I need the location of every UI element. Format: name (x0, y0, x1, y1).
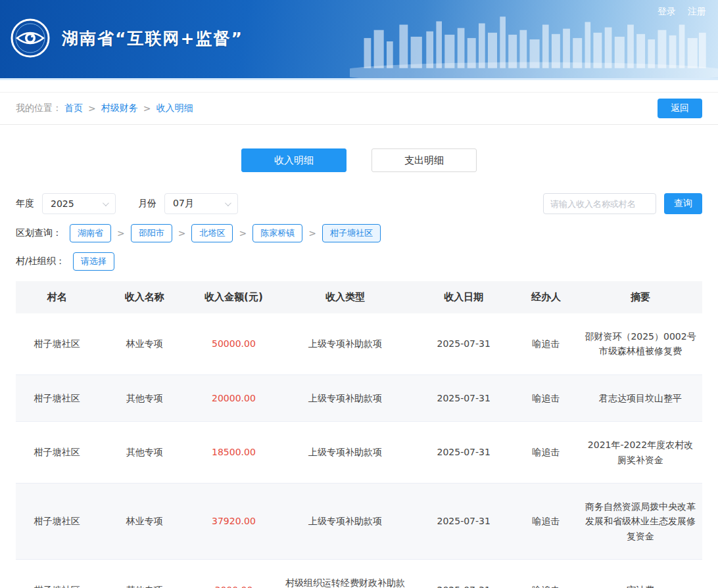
cell-operator: 喻追击 (514, 313, 579, 374)
breadcrumb-label: 我的位置： (16, 102, 62, 114)
table-row: 柑子塘社区 林业专项 37920.00 上级专项补助款项 2025-07-31 … (16, 483, 702, 559)
year-select-value: 2025 (51, 198, 74, 209)
cell-income-name: 其他专项 (98, 374, 191, 421)
back-button[interactable]: 返回 (658, 99, 702, 118)
breadcrumb-home[interactable]: 首页 (64, 102, 83, 114)
cell-operator: 喻追击 (514, 374, 579, 421)
region-label: 区划查询： (16, 227, 62, 239)
cell-amount: 18500.00 (191, 422, 277, 484)
cell-amount: 37920.00 (191, 483, 277, 559)
region-chip-city[interactable]: 邵阳市 (131, 224, 172, 242)
search-input[interactable] (543, 193, 656, 214)
year-select[interactable]: 2025 (42, 193, 116, 214)
chevron-down-icon (103, 200, 109, 206)
table-row: 柑子塘社区 其他专项 20000.00 上级专项补助款项 2025-07-31 … (16, 374, 702, 421)
income-table: 村名 收入名称 收入金额(元) 收入类型 收入日期 经办人 摘要 柑子塘社区 林… (16, 281, 702, 588)
cell-village: 柑子塘社区 (16, 560, 98, 588)
site-header: 登录 注册 湖南省“互联网+监督” (0, 0, 718, 80)
detail-tabs: 收入明细 支出明细 (0, 148, 718, 172)
cell-amount: 20000.00 (191, 374, 277, 421)
cell-village: 柑子塘社区 (16, 483, 98, 559)
column-header-income-type: 收入类型 (277, 281, 414, 313)
region-separator: > (178, 228, 186, 238)
month-select-value: 07月 (173, 198, 194, 210)
table-row: 柑子塘社区 林业专项 50000.00 上级专项补助款项 2025-07-31 … (16, 313, 702, 374)
column-header-operator: 经办人 (514, 281, 579, 313)
cell-amount: 3000.00 (191, 560, 277, 588)
breadcrumb-separator: > (88, 103, 96, 114)
cell-income-type: 上级专项补助款项 (277, 313, 414, 374)
region-filter-row: 区划查询： 湖南省 > 邵阳市 > 北塔区 > 陈家桥镇 > 柑子塘社区 (16, 224, 702, 242)
cell-date: 2025-07-31 (414, 374, 514, 421)
cell-income-type: 上级专项补助款项 (277, 422, 414, 484)
region-separator: > (308, 228, 316, 238)
cell-village: 柑子塘社区 (16, 374, 98, 421)
cell-summary: 2021年-2022年度农村改厕奖补资金 (579, 422, 702, 484)
table-row: 柑子塘社区 其他专项 18500.00 上级专项补助款项 2025-07-31 … (16, 422, 702, 484)
cell-date: 2025-07-31 (414, 483, 514, 559)
chevron-down-icon (225, 200, 231, 206)
cell-amount: 50000.00 (191, 313, 277, 374)
cell-income-type: 上级专项补助款项 (277, 374, 414, 421)
cell-date: 2025-07-31 (414, 422, 514, 484)
breadcrumb: 我的位置： 首页 > 村级财务 > 收入明细 返回 (0, 92, 718, 125)
breadcrumb-village-finance[interactable]: 村级财务 (101, 102, 138, 114)
region-separator: > (117, 228, 125, 238)
breadcrumb-separator: > (143, 103, 151, 114)
month-select[interactable]: 07月 (164, 193, 238, 214)
cell-summary: 君志达项目坟山整平 (579, 374, 702, 421)
column-header-summary: 摘要 (579, 281, 702, 313)
year-label: 年度 (16, 198, 34, 210)
region-chip-town[interactable]: 陈家桥镇 (252, 224, 302, 242)
org-filter-row: 村/社组织： 请选择 (16, 252, 702, 271)
cell-operator: 喻追击 (514, 483, 579, 559)
site-title: 湖南省“互联网+监督” (62, 28, 243, 49)
filter-section: 年度 2025 月份 07月 查询 区划查询： 湖南省 > 邵阳市 > 北塔区 … (16, 193, 702, 271)
cell-date: 2025-07-31 (414, 560, 514, 588)
column-header-date: 收入日期 (414, 281, 514, 313)
table-header-row: 村名 收入名称 收入金额(元) 收入类型 收入日期 经办人 摘要 (16, 281, 702, 313)
region-chip-community[interactable]: 柑子塘社区 (322, 224, 381, 242)
cell-date: 2025-07-31 (414, 313, 514, 374)
region-chip-district[interactable]: 北塔区 (191, 224, 233, 242)
column-header-income-name: 收入名称 (98, 281, 191, 313)
register-link[interactable]: 注册 (688, 6, 706, 18)
cell-operator: 喻追击 (514, 422, 579, 484)
cell-income-name: 林业专项 (98, 483, 191, 559)
cell-income-type: 上级专项补助款项 (277, 483, 414, 559)
org-label: 村/社组织： (16, 256, 65, 267)
cell-summary: 商务自然资源局拨中央改革发展和省级林业生态发展修复资金 (579, 483, 702, 559)
org-select-button[interactable]: 请选择 (73, 252, 114, 271)
search-button[interactable]: 查询 (664, 193, 702, 214)
cell-income-name: 其他专项 (98, 422, 191, 484)
breadcrumb-income-detail[interactable]: 收入明细 (156, 102, 193, 114)
cell-summary: 邵财资环（2025）0002号市级森林植被修复费 (579, 313, 702, 374)
cell-summary: 审计费 (579, 560, 702, 588)
table-row: 柑子塘社区 其他专项 3000.00 村级组织运转经费财政补助款项 2025-0… (16, 560, 702, 588)
tab-expense-detail[interactable]: 支出明细 (371, 148, 477, 172)
main-content: 收入明细 支出明细 年度 2025 月份 07月 查询 区划查询： 湖南省 > … (0, 148, 718, 588)
cell-operator: 喻追击 (514, 560, 579, 588)
cell-village: 柑子塘社区 (16, 422, 98, 484)
login-link[interactable]: 登录 (658, 6, 676, 18)
cell-village: 柑子塘社区 (16, 313, 98, 374)
month-label: 月份 (138, 198, 156, 210)
region-separator: > (239, 228, 247, 238)
column-header-amount: 收入金额(元) (191, 281, 277, 313)
region-chip-province[interactable]: 湖南省 (70, 224, 111, 242)
column-header-village: 村名 (16, 281, 98, 313)
cell-income-name: 其他专项 (98, 560, 191, 588)
cell-income-name: 林业专项 (98, 313, 191, 374)
cell-income-type: 村级组织运转经费财政补助款项 (277, 560, 414, 588)
tab-income-detail[interactable]: 收入明细 (241, 148, 347, 172)
site-logo (11, 18, 50, 58)
